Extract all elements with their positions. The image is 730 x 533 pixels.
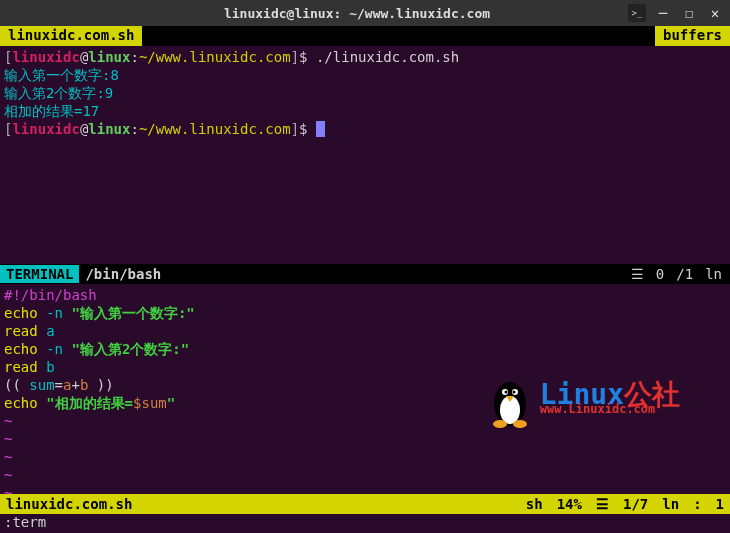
split-right-info: ☰ 0 /1 ln — [631, 266, 730, 282]
split-ln: ln — [705, 266, 722, 282]
output-line-3: 相加的结果=17 — [4, 102, 726, 120]
script-line-1: #!/bin/bash — [4, 286, 726, 304]
prompt-line-1: [linuxidc@linux:~/www.linuxidc.com]$ ./l… — [4, 48, 726, 66]
tux-icon — [486, 374, 534, 430]
editor-tilde: ~ — [4, 466, 726, 484]
svg-point-5 — [512, 391, 515, 394]
tab-file[interactable]: linuxidc.com.sh — [0, 26, 142, 46]
shell-label: /bin/bash — [79, 266, 167, 282]
terminal-app-icon: >_ — [628, 4, 646, 22]
window-title: linuxidc@linux: ~/www.linuxidc.com — [86, 6, 628, 21]
minimize-button[interactable]: ─ — [654, 4, 672, 22]
tab-buffers[interactable]: buffers — [655, 26, 730, 46]
maximize-button[interactable]: ☐ — [680, 4, 698, 22]
script-line-2: echo -n "输入第一个数字:" — [4, 304, 726, 322]
window-titlebar: linuxidc@linux: ~/www.linuxidc.com >_ ─ … — [0, 0, 730, 26]
buffer-tab-bar: linuxidc.com.sh buffers — [0, 26, 730, 46]
svg-point-4 — [504, 391, 507, 394]
watermark-url: www.Linuxidc.com — [540, 400, 680, 418]
script-line-3: read a — [4, 322, 726, 340]
script-line-4: echo -n "输入第2个数字:" — [4, 340, 726, 358]
watermark: Linux公社 www.Linuxidc.com — [486, 374, 680, 430]
svg-point-6 — [493, 420, 507, 428]
close-button[interactable]: ✕ — [706, 4, 724, 22]
window-controls: >_ ─ ☐ ✕ — [628, 4, 724, 22]
output-line-1: 输入第一个数字:8 — [4, 66, 726, 84]
terminal-pane[interactable]: [linuxidc@linux:~/www.linuxidc.com]$ ./l… — [0, 46, 730, 264]
prompt-line-2: [linuxidc@linux:~/www.linuxidc.com]$ — [4, 120, 726, 138]
terminal-label: TERMINAL — [0, 265, 79, 283]
editor-pane[interactable]: #!/bin/bash echo -n "输入第一个数字:" read a ec… — [0, 284, 730, 494]
split-count: 0 — [656, 266, 664, 282]
hamburger-icon: ☰ — [631, 266, 644, 282]
watermark-text: Linux公社 www.Linuxidc.com — [540, 386, 680, 418]
split-page: /1 — [676, 266, 693, 282]
terminal-cursor — [316, 121, 325, 137]
editor-tilde: ~ — [4, 484, 726, 502]
editor-tilde: ~ — [4, 448, 726, 466]
pane-split-bar: TERMINAL /bin/bash ☰ 0 /1 ln — [0, 264, 730, 284]
vim-command-line[interactable]: :term — [0, 514, 730, 532]
svg-point-7 — [513, 420, 527, 428]
editor-tilde: ~ — [4, 430, 726, 448]
output-line-2: 输入第2个数字:9 — [4, 84, 726, 102]
